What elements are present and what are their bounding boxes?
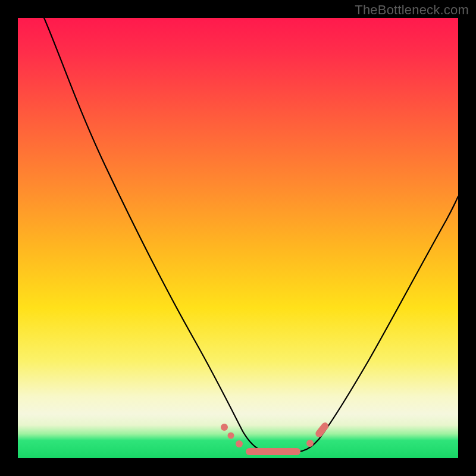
curve-marker	[221, 424, 228, 431]
chart-frame: TheBottleneck.com	[0, 0, 476, 476]
curve-marker-pill	[246, 448, 300, 455]
curve-marker	[228, 433, 234, 439]
bottleneck-curve	[44, 18, 458, 452]
curve-marker	[306, 440, 314, 447]
curve-marker	[236, 440, 243, 447]
chart-plot-area	[18, 18, 458, 458]
chart-curve-svg	[18, 18, 458, 458]
watermark-text: TheBottleneck.com	[355, 2, 469, 18]
